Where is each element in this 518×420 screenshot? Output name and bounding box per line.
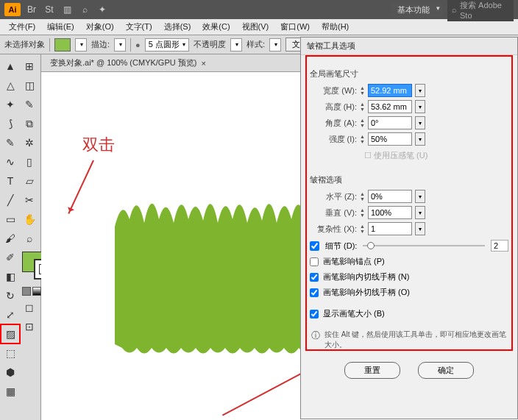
style-label: 样式: xyxy=(246,39,265,50)
lasso-tool[interactable]: ⟆ xyxy=(1,115,19,132)
sparkle-icon[interactable]: ✦ xyxy=(96,3,109,16)
type-tool[interactable]: T xyxy=(1,172,19,190)
vert-input[interactable] xyxy=(368,206,412,219)
workspace-dropdown[interactable]: 基本功能 xyxy=(391,3,443,17)
menubar: 文件(F) 编辑(E) 对象(O) 文字(T) 选择(S) 效果(C) 视图(V… xyxy=(0,19,518,35)
style-dropdown[interactable] xyxy=(269,38,281,51)
ok-button[interactable]: 确定 xyxy=(418,362,474,379)
width-label: 宽度 (W): xyxy=(310,85,357,96)
showsize-checkbox[interactable] xyxy=(310,310,319,318)
height-dropdown[interactable]: ▾ xyxy=(415,100,425,113)
menu-edit[interactable]: 编辑(E) xyxy=(43,20,79,34)
menu-object[interactable]: 对象(O) xyxy=(82,20,118,34)
search-icon: ⌕ xyxy=(452,5,457,14)
curvature-tool[interactable]: ∿ xyxy=(1,153,19,171)
screen-mode[interactable]: ⊡ xyxy=(21,318,38,335)
height-input[interactable] xyxy=(368,100,412,113)
paintbrush-tool[interactable]: 🖌 xyxy=(1,229,19,247)
bridge-icon[interactable]: Br xyxy=(25,3,38,16)
angle-dropdown[interactable]: ▾ xyxy=(415,116,425,129)
arrange-icon[interactable]: ▥ xyxy=(60,3,74,16)
horiz-input[interactable] xyxy=(368,190,412,203)
artboard-tool[interactable]: ▱ xyxy=(21,172,38,190)
menu-effect[interactable]: 效果(C) xyxy=(198,20,234,34)
vert-dropdown[interactable]: ▾ xyxy=(415,206,425,219)
intensity-dropdown[interactable]: ▾ xyxy=(415,132,425,146)
horiz-label: 水平 (Z): xyxy=(310,191,357,202)
stock-icon[interactable]: St xyxy=(43,3,56,16)
zoom-tool[interactable]: ⌕ xyxy=(21,229,38,247)
color-mode-gradient[interactable] xyxy=(32,287,41,296)
horiz-dropdown[interactable]: ▾ xyxy=(415,190,425,203)
menu-select[interactable]: 选择(S) xyxy=(160,20,196,34)
perspective-tool[interactable]: ▦ xyxy=(1,382,19,400)
angle-stepper[interactable]: ▲▼ xyxy=(360,118,365,128)
shape-builder-tool[interactable]: ⬢ xyxy=(1,363,19,381)
vert-stepper[interactable]: ▲▼ xyxy=(360,207,365,218)
scale-tool[interactable]: ⤢ xyxy=(1,306,19,324)
reset-button[interactable]: 重置 xyxy=(344,362,400,379)
annotation-arrow-1 xyxy=(68,160,94,214)
rectangle-tool[interactable]: ▭ xyxy=(1,210,19,228)
search-input[interactable]: ⌕ 搜索 Adobe Sto xyxy=(447,0,514,21)
eyedropper-tool[interactable]: ✎ xyxy=(21,96,38,113)
detail-checkbox[interactable] xyxy=(310,241,319,251)
outtan-checkbox[interactable] xyxy=(310,288,319,297)
column-graph-tool[interactable]: ▯ xyxy=(21,153,38,171)
intensity-stepper[interactable]: ▲▼ xyxy=(360,134,365,144)
width-stepper[interactable]: ▲▼ xyxy=(360,85,365,96)
complex-stepper[interactable]: ▲▼ xyxy=(360,224,365,234)
line-tool[interactable]: ╱ xyxy=(1,191,19,209)
angle-input[interactable] xyxy=(368,116,412,129)
width-input[interactable] xyxy=(368,84,412,97)
slice-tool[interactable]: ✂ xyxy=(21,191,38,209)
fill-dropdown[interactable] xyxy=(75,38,87,51)
fill-swatch[interactable] xyxy=(54,38,71,51)
width-dropdown[interactable]: ▾ xyxy=(415,84,425,97)
menu-window[interactable]: 窗口(W) xyxy=(276,20,314,34)
menu-file[interactable]: 文件(F) xyxy=(4,20,40,34)
brush-dropdown[interactable]: 5 点圆形 xyxy=(145,38,189,51)
section-global-brush: 全局画笔尺寸 xyxy=(310,68,508,79)
search-icon[interactable]: ⌕ xyxy=(78,3,91,16)
symbol-sprayer-tool[interactable]: ✲ xyxy=(21,134,38,152)
shaper-tool[interactable]: ✐ xyxy=(1,249,19,266)
height-stepper[interactable]: ▲▼ xyxy=(360,102,365,112)
gradient-tool[interactable]: ◫ xyxy=(21,76,38,94)
search-placeholder: 搜索 Adobe Sto xyxy=(460,0,509,20)
pen-tool[interactable]: ✎ xyxy=(1,134,19,152)
stroke-weight-dropdown[interactable] xyxy=(114,38,126,51)
intan-checkbox[interactable] xyxy=(310,273,319,282)
direct-selection-tool[interactable]: △ xyxy=(1,76,19,94)
document-tab[interactable]: 变换对象.ai* @ 100% (CMYK/GPU 预览) × xyxy=(46,56,210,70)
wrinkle-tool[interactable]: ▨ xyxy=(1,325,19,343)
opacity-dropdown[interactable] xyxy=(230,38,242,51)
color-mode-color[interactable] xyxy=(22,287,31,296)
close-icon[interactable]: × xyxy=(201,59,205,68)
menu-view[interactable]: 视图(V) xyxy=(238,20,274,34)
complex-dropdown[interactable]: ▾ xyxy=(415,222,425,235)
menu-help[interactable]: 帮助(H) xyxy=(317,20,353,34)
free-transform-tool[interactable]: ⬚ xyxy=(1,344,19,362)
mesh-tool[interactable]: ⊞ xyxy=(21,57,38,75)
selection-tool[interactable]: ▲ xyxy=(1,57,19,75)
draw-mode-normal[interactable]: ◻ xyxy=(21,299,38,316)
anchor-checkbox[interactable] xyxy=(310,257,319,266)
detail-label: 细节 (D): xyxy=(325,241,357,252)
magic-wand-tool[interactable]: ✦ xyxy=(1,96,19,113)
menu-type[interactable]: 文字(T) xyxy=(121,20,157,34)
blend-tool[interactable]: ⧉ xyxy=(21,115,38,132)
detail-slider[interactable] xyxy=(363,241,485,250)
hand-tool[interactable]: ✋ xyxy=(21,210,38,228)
titlebar: Ai Br St ▥ ⌕ ✦ 基本功能 ⌕ 搜索 Adobe Sto xyxy=(0,0,518,19)
rotate-tool[interactable]: ↻ xyxy=(1,287,19,305)
anchor-label: 画笔影响锚点 (P) xyxy=(323,256,385,267)
detail-value[interactable]: 2 xyxy=(491,240,508,252)
eraser-tool[interactable]: ◧ xyxy=(1,268,19,285)
intan-label: 画笔影响内切线手柄 (N) xyxy=(323,271,409,282)
intensity-input[interactable] xyxy=(368,132,412,146)
horiz-stepper[interactable]: ▲▼ xyxy=(360,191,365,202)
stroke-label: 描边: xyxy=(91,39,110,50)
complex-input[interactable] xyxy=(368,222,412,235)
height-label: 高度 (H): xyxy=(310,102,357,113)
